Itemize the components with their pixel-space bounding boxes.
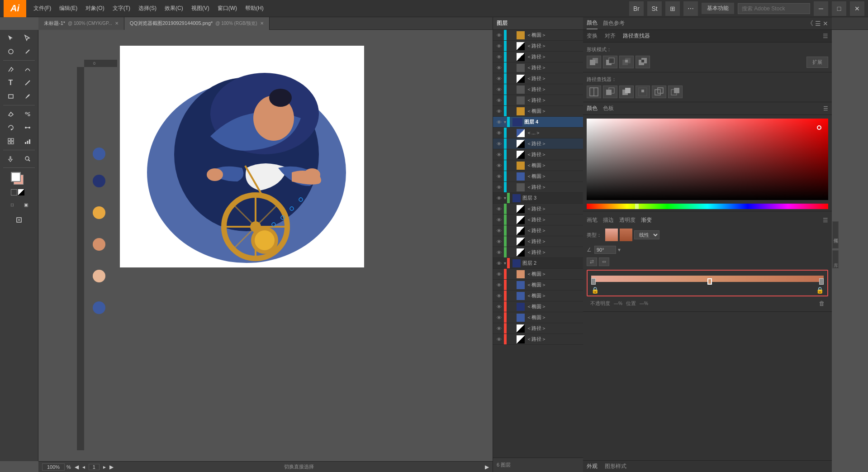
next-page-btn[interactable]: ▶: [109, 464, 114, 470]
gradient-type-select[interactable]: 线性: [634, 230, 659, 239]
close-btn[interactable]: ✕: [850, 1, 864, 16]
color-tab[interactable]: 颜色: [587, 17, 598, 29]
rect-tool[interactable]: [3, 90, 19, 103]
eraser-tool[interactable]: [3, 108, 19, 120]
tab-0-close[interactable]: ✕: [115, 21, 119, 26]
library-panel-collapsed[interactable]: 库: [832, 250, 839, 268]
align-tab[interactable]: 对齐: [605, 32, 616, 40]
fill-stroke[interactable]: [11, 172, 27, 188]
rotate-tool[interactable]: [3, 121, 19, 134]
color-panel-menu[interactable]: ☰: [823, 105, 828, 112]
stroke-swatch[interactable]: [11, 172, 21, 182]
crop-btn[interactable]: [636, 86, 650, 98]
merge-btn[interactable]: [619, 86, 634, 98]
menu-object[interactable]: 对象(O): [82, 3, 108, 14]
appearance-tab[interactable]: 外观: [587, 462, 598, 470]
color-guide-tab[interactable]: 颜色参考: [603, 18, 625, 29]
angle-dropdown-btn[interactable]: ▾: [618, 247, 621, 253]
reverse-gradient-btn[interactable]: ⇄: [587, 257, 597, 266]
exclude-btn[interactable]: [636, 56, 650, 68]
brush-tool[interactable]: [19, 90, 36, 103]
minus-front-btn[interactable]: [603, 56, 617, 68]
scissors-tool[interactable]: [19, 108, 36, 120]
color-gradient[interactable]: [587, 119, 828, 200]
gradient-stop-right[interactable]: [819, 278, 824, 285]
gradient-bar[interactable]: [591, 276, 824, 282]
blend-tool[interactable]: [19, 121, 36, 134]
search-input[interactable]: [738, 3, 810, 14]
gradient-menu-btn[interactable]: ☰: [823, 217, 828, 224]
nav-left-btn[interactable]: ◂: [82, 464, 85, 470]
gradient-stop-left[interactable]: [591, 278, 596, 285]
properties-panel-collapsed[interactable]: 属性: [832, 221, 839, 248]
panel-collapse-btn[interactable]: 《: [807, 19, 813, 28]
menu-window[interactable]: 窗口(W): [214, 3, 241, 14]
workspace-label[interactable]: 基本功能: [702, 3, 734, 14]
normal-mode[interactable]: □: [6, 198, 19, 211]
select-tool[interactable]: [3, 32, 19, 44]
draw-inside-btn[interactable]: [11, 214, 27, 226]
transform-tab[interactable]: 变换: [587, 32, 598, 40]
outline-btn[interactable]: [652, 86, 666, 98]
st-icon-btn[interactable]: St: [647, 1, 662, 16]
lock-left-icon[interactable]: 🔒: [591, 286, 599, 294]
color-circle-6[interactable]: [93, 301, 105, 314]
menu-file[interactable]: 文件(F): [30, 3, 55, 14]
status-arrow-btn[interactable]: ▶: [485, 464, 489, 470]
text-tool[interactable]: T: [3, 76, 19, 89]
intersect-btn[interactable]: [619, 56, 634, 68]
prev-page-btn[interactable]: ◀: [75, 464, 79, 470]
grid-icon-btn[interactable]: ⊞: [665, 1, 680, 16]
stroke-tab[interactable]: 描边: [603, 216, 614, 224]
trim-btn[interactable]: [603, 86, 617, 98]
chart-tool[interactable]: [19, 135, 36, 148]
fullscreen-mode[interactable]: ▣: [19, 198, 32, 211]
menu-effect[interactable]: 效果(C): [161, 3, 187, 14]
br-icon-btn[interactable]: Br: [629, 1, 644, 16]
collapse-layer3[interactable]: ▾: [504, 195, 506, 200]
divide-btn[interactable]: [587, 86, 601, 98]
brush-icon-btn[interactable]: ⋯: [683, 1, 698, 16]
minimize-btn[interactable]: ─: [814, 1, 828, 16]
angle-input[interactable]: [594, 246, 616, 254]
line-tool[interactable]: [19, 76, 36, 89]
section-menu-btn[interactable]: ☰: [823, 33, 828, 39]
menu-text[interactable]: 文字(T): [109, 3, 134, 14]
gradient-tab[interactable]: 渐变: [641, 216, 652, 224]
unite-btn[interactable]: [587, 56, 601, 68]
none-swatch[interactable]: [11, 189, 17, 195]
tab-1[interactable]: QQ浏览器截图20190929144005.png* @ 100% (RGB/预…: [124, 17, 270, 30]
tab-0[interactable]: 未标题-1* @ 100% (CMYK/GP... ✕: [38, 17, 124, 30]
maximize-btn[interactable]: □: [832, 1, 846, 16]
hand-tool[interactable]: [3, 153, 19, 165]
menu-select[interactable]: 选择(S): [135, 3, 160, 14]
panel-close-btn[interactable]: ✕: [823, 19, 828, 28]
magic-wand-tool[interactable]: [19, 45, 36, 58]
color-circle-4[interactable]: [93, 238, 105, 251]
lasso-tool[interactable]: [3, 45, 19, 58]
menu-help[interactable]: 帮助(H): [242, 3, 267, 14]
opacity-tab[interactable]: 透明度: [619, 216, 636, 224]
menu-view[interactable]: 视图(V): [188, 3, 213, 14]
visibility-icon[interactable]: 👁: [495, 33, 503, 38]
gradient-color-swatch[interactable]: [605, 229, 618, 241]
collapse-layer4[interactable]: ▾: [504, 119, 506, 124]
curvature-tool[interactable]: [19, 63, 36, 76]
delete-stop-btn[interactable]: 🗑: [819, 300, 825, 307]
color-circle-3[interactable]: [93, 206, 105, 219]
pen-tool[interactable]: [3, 63, 19, 76]
brush-tab[interactable]: 画笔: [587, 216, 598, 224]
color-picker-tab[interactable]: 颜色: [587, 105, 598, 112]
gradient-color-swatch-2[interactable]: [620, 229, 632, 241]
panel-menu-btn[interactable]: ☰: [815, 19, 821, 28]
lock-right-icon[interactable]: 🔒: [816, 286, 824, 294]
hue-bar[interactable]: [587, 204, 828, 209]
page-input[interactable]: [89, 464, 100, 470]
menu-edit[interactable]: 编辑(E): [56, 3, 81, 14]
nav-right-btn[interactable]: ▸: [103, 464, 106, 470]
tab-1-close[interactable]: ✕: [260, 21, 264, 26]
color-circle-2[interactable]: [93, 175, 105, 187]
default-colors[interactable]: [18, 189, 24, 195]
graphic-styles-tab[interactable]: 图形样式: [605, 462, 626, 470]
expand-btn[interactable]: 扩展: [806, 57, 828, 68]
